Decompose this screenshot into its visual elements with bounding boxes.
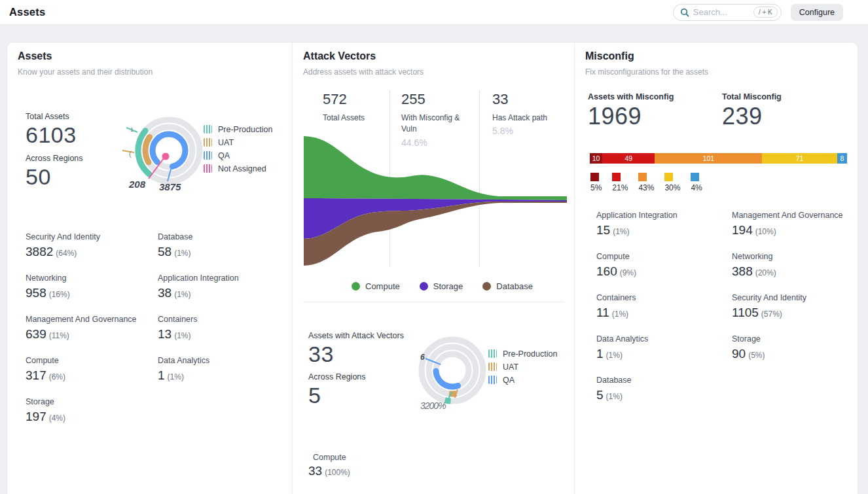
legend-item: Database [482,281,533,291]
category-label: Containers [158,315,282,324]
stat-value: 255 [401,91,475,108]
category-value: 197 [26,410,46,423]
category-label: Networking [26,273,158,283]
category-label: Storage [732,334,854,344]
legend-percent: 21% [612,183,628,192]
configure-button[interactable]: Configure [791,4,843,21]
legend-label: Compute [365,281,400,291]
misconfig-panel-subtitle: Fix misconfigurations for the assets [585,67,708,77]
category-percent: (1%) [174,290,190,299]
legend-item: UAT [488,362,557,371]
legend-item: UAT [204,138,272,147]
category-item: Networking 388(20%) [732,252,854,279]
category-percent: (4%) [49,414,65,423]
category-label: Containers [596,293,732,302]
attack-panel-title: Attack Vectors [303,50,376,62]
category-percent: (6%) [49,372,65,381]
legend-label: UAT [218,138,234,147]
assets-with-misconfig-label: Assets with Misconfig [588,92,674,101]
clipped-callout-fragment: ( [129,150,132,158]
category-label: Compute [26,356,158,365]
stat-attack-path: 33 Has Attack path 5.8% [492,91,568,136]
category-item: Application Integration 15(1%) [596,211,732,238]
qa-callout-value: 6 [420,353,425,362]
category-label: Data Analytics [158,356,282,365]
square-swatch-icon [612,173,621,181]
category-percent: (9%) [620,268,636,277]
category-item: Database 58(1%) [158,232,282,259]
assets-donut-legend: Pre-Production UAT QA Not Assigned [204,125,272,173]
category-value: 1 [596,347,604,361]
search-shortcut-badge: / + K [753,7,778,18]
category-item: Security And Identity 3882(64%) [26,232,158,259]
category-percent: (16%) [49,290,70,299]
search-box[interactable]: / + K [673,4,782,21]
legend-percent: 43% [638,183,654,192]
category-percent: (1%) [606,351,623,360]
dashboard-card: Assets Know your assets and their distri… [7,42,858,494]
stat-value: 572 [323,91,386,108]
assets-panel-title: Assets [18,50,52,62]
category-value: 3882 [26,245,53,258]
square-swatch-icon [590,173,599,181]
attack-donut-legend: Pre-Production UAT QA [488,349,557,384]
legend-percent: 4% [691,183,702,192]
qa-callout-value: 3875 [159,181,181,192]
category-percent: (1%) [174,331,190,340]
attack-across-regions-label: Across Regions [308,372,366,381]
stat-value: 33 [492,91,568,108]
category-label: Database [596,376,732,385]
category-value: 958 [26,286,46,300]
category-value: 13 [158,327,172,341]
across-regions-label: Across Regions [26,154,83,163]
striped-swatch-icon [204,164,212,173]
not-assigned-callout-value: 208 [128,179,146,190]
severity-segment-value: 101 [703,154,715,162]
severity-segment-value: 8 [840,154,844,162]
legend-label: QA [218,151,230,160]
striped-swatch-icon [488,376,497,384]
attack-environment-donut-chart: 6 3200% [403,321,501,419]
category-label: Security And Identity [732,293,854,302]
assets-panel-subtitle: Know your assets and their distribution [18,67,153,77]
category-item: Compute 317(6%) [26,356,158,383]
severity-segment-value: 71 [796,154,804,162]
severity-segment-value: 49 [624,154,632,162]
legend-percent: 5% [590,183,602,192]
category-percent: (11%) [49,331,69,340]
search-input[interactable] [693,7,740,17]
across-regions-value: 50 [26,164,51,190]
overlapping-callout-values: 3200% [420,400,446,411]
stat-label: Total Assets [323,113,386,124]
stat-total-assets: 572 Total Assets [323,91,386,124]
top-bar: Assets / + K Configure [0,0,868,25]
legend-item: 30% [664,173,680,192]
category-percent: (1%) [168,372,184,381]
total-misconfig-value: 239 [722,103,763,130]
category-item: Application Integration 38(1%) [158,273,282,300]
severity-segment: 49 [602,153,655,164]
misconfig-panel-title: Misconfig [585,50,634,62]
category-value: 11 [596,306,609,319]
legend-item: Pre-Production [204,125,272,133]
category-percent: (64%) [56,249,77,258]
legend-item: 4% [691,173,702,192]
square-swatch-icon [691,173,699,181]
legend-item: Storage [420,281,463,291]
misconfig-panel: Misconfig Fix misconfigurations for the … [574,43,858,494]
severity-legend: 5% 21% 43% 30% 4 [590,173,702,192]
striped-swatch-icon [204,138,212,147]
total-misconfig-label: Total Misconfig [722,92,782,101]
category-item: Database 5(1%) [596,376,732,402]
category-item: Containers 13(1%) [158,315,282,342]
funnel-legend: Compute Storage Database [352,281,533,291]
category-label: Database [158,232,282,241]
category-value: 388 [732,264,753,278]
stat-label: Has Attack path [492,113,568,124]
category-value: 5 [596,388,604,402]
legend-label: Storage [433,281,463,291]
category-value: 1 [158,368,165,382]
legend-label: Pre-Production [503,349,557,359]
legend-item: 43% [638,173,654,192]
attack-vectors-panel: Attack Vectors Address assets with attac… [292,43,574,494]
